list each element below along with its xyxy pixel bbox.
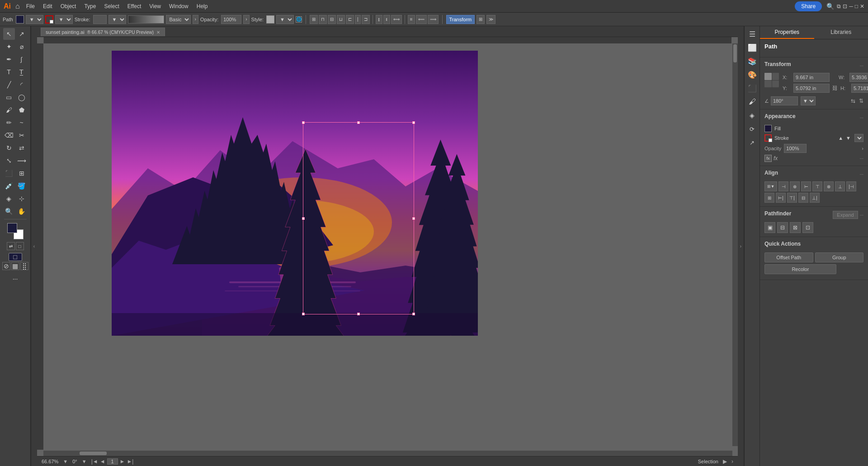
transform-more-btn[interactable]: ··· xyxy=(860,63,863,68)
smooth-tool[interactable]: ~ xyxy=(16,117,28,128)
more-tools-btn[interactable]: ··· xyxy=(9,273,21,285)
ellipse-tool[interactable]: ◯ xyxy=(16,91,28,103)
menu-type[interactable]: Type xyxy=(80,1,99,11)
opacity-value-input[interactable] xyxy=(784,144,807,153)
dist-h2[interactable]: ⫾ xyxy=(383,15,390,24)
hscroll-thumb[interactable] xyxy=(80,452,107,455)
align-btn-1[interactable]: ⊞ xyxy=(310,15,318,24)
pen-tool[interactable]: ✒ xyxy=(3,53,15,65)
angle-dropdown-btn[interactable]: ▼ xyxy=(82,459,87,464)
align-top[interactable]: ⊓ xyxy=(319,15,327,24)
transform-reference-grid[interactable] xyxy=(764,73,779,87)
dist-center-v[interactable]: ⊟ xyxy=(798,193,808,203)
document-tab[interactable]: sunset painting.ai ® 66.67 % (CMYK/CPU P… xyxy=(41,28,165,36)
dist-v1[interactable]: ≡ xyxy=(408,15,415,24)
nav-first[interactable]: |◄ xyxy=(91,458,98,465)
fill-dropdown[interactable]: ▼ xyxy=(26,15,43,24)
eraser-tool[interactable]: ⌫ xyxy=(3,129,15,141)
style-swatch[interactable] xyxy=(266,15,274,24)
align-right-edge[interactable]: ⊢ xyxy=(801,181,811,191)
align-to-selection[interactable]: ⊞▼ xyxy=(764,181,777,191)
arrange-icon-2[interactable]: ⊡ xyxy=(843,3,847,10)
home-icon[interactable]: ⌂ xyxy=(15,2,20,10)
align-bottom-edge[interactable]: ⊥ xyxy=(835,181,845,191)
pattern-btn[interactable]: ⣿ xyxy=(20,262,28,270)
pf-minus-front[interactable]: ⊟ xyxy=(777,222,788,233)
offset-path-button[interactable]: Offset Path xyxy=(764,252,813,262)
layers-icon-btn[interactable]: ⬜ xyxy=(746,42,758,53)
magic-wand-tool[interactable]: ✦ xyxy=(3,41,15,52)
libraries-icon-btn[interactable]: 📚 xyxy=(746,55,758,67)
expand-button[interactable]: Expand xyxy=(833,211,858,219)
link-proportions-icon[interactable]: ⛓ xyxy=(832,85,838,91)
paint-bucket-tool[interactable]: 🪣 xyxy=(16,180,28,192)
page-number-input[interactable]: 1 xyxy=(107,458,118,465)
menu-object[interactable]: Object xyxy=(57,1,80,11)
menu-window[interactable]: Window xyxy=(165,1,192,11)
transform-button[interactable]: Transform xyxy=(446,15,475,24)
properties-icon-btn[interactable]: ☰ xyxy=(746,28,758,40)
stroke-dropdown[interactable]: ▼ xyxy=(55,15,73,24)
align-top-edge[interactable]: ⊤ xyxy=(812,181,822,191)
align-center-v[interactable]: ⊗ xyxy=(824,181,834,191)
vscroll-thumb[interactable] xyxy=(733,44,737,62)
h-input[interactable] xyxy=(851,84,868,93)
rotate-tool[interactable]: ↻ xyxy=(3,142,15,154)
touch-type-tool[interactable]: T̲ xyxy=(16,66,28,78)
left-panel-collapse[interactable]: ‹ xyxy=(31,26,37,466)
stroke-color-swatch[interactable] xyxy=(764,134,772,142)
status-play-btn[interactable]: ▶ xyxy=(723,458,727,465)
tab-close-btn[interactable]: ✕ xyxy=(156,30,160,35)
mesh-tool[interactable]: ⊹ xyxy=(16,193,28,204)
swap-colors-btn[interactable]: ⇄ xyxy=(7,242,15,250)
dist-right[interactable]: ⊢| xyxy=(776,193,786,203)
symbols-icon-btn[interactable]: ◈ xyxy=(746,109,758,121)
stroke-units[interactable]: ▼ xyxy=(108,15,126,24)
canvas-area[interactable]: sunset painting.ai ® 66.67 % (CMYK/CPU P… xyxy=(37,26,738,466)
vertical-scrollbar[interactable] xyxy=(732,43,738,446)
graph-tool[interactable]: ⬛ xyxy=(3,167,15,179)
fx-more-btn[interactable]: ··· xyxy=(860,156,863,161)
stroke-style[interactable]: Basic xyxy=(166,15,191,24)
dist-center-h[interactable]: ⊞ xyxy=(764,193,774,203)
dist-v3[interactable]: ⟹ xyxy=(428,15,439,24)
tab-properties[interactable]: Properties xyxy=(760,26,814,39)
menu-file[interactable]: File xyxy=(23,1,38,11)
align-mid-v[interactable]: | xyxy=(355,15,361,24)
stroke-options-dropdown[interactable] xyxy=(854,134,863,142)
menu-select[interactable]: Select xyxy=(100,1,123,11)
share-button[interactable]: Share xyxy=(795,1,822,11)
stroke-up-btn[interactable]: ▲ xyxy=(838,135,843,141)
globe-icon[interactable]: 🌐 xyxy=(296,16,302,23)
canvas-scroll[interactable] xyxy=(37,37,738,456)
zoom-dropdown-btn[interactable]: ▼ xyxy=(63,459,68,464)
default-colors-btn[interactable]: □ xyxy=(16,242,24,250)
lasso-tool[interactable]: ⌀ xyxy=(16,41,28,52)
fill-color-swatch[interactable] xyxy=(764,125,772,132)
stroke-down-btn[interactable]: ▼ xyxy=(846,135,851,141)
align-left[interactable]: ⊏ xyxy=(346,15,354,24)
transform-icon-btn[interactable]: ⟳ xyxy=(746,123,758,135)
paintbrush-tool[interactable]: 🖌 xyxy=(3,104,15,116)
align-right[interactable]: ⊐ xyxy=(362,15,370,24)
swatches-icon-btn[interactable]: ⬛ xyxy=(746,82,758,94)
pf-unite[interactable]: ▣ xyxy=(764,222,775,233)
dist-h3[interactable]: ⟺ xyxy=(391,15,402,24)
opacity-expand-icon[interactable]: › xyxy=(862,146,863,151)
align-bot[interactable]: ⊔ xyxy=(337,15,345,24)
menu-help[interactable]: Help xyxy=(193,1,212,11)
curvature-tool[interactable]: ∫ xyxy=(16,53,28,65)
minimize-icon[interactable]: ─ xyxy=(849,3,853,10)
horizontal-scrollbar[interactable] xyxy=(43,451,732,456)
x-input[interactable] xyxy=(793,73,830,82)
scale-tool[interactable]: ⤡ xyxy=(3,155,15,166)
dist-v2[interactable]: ⟸ xyxy=(416,15,427,24)
status-info-btn[interactable]: › xyxy=(731,458,733,465)
pf-intersect[interactable]: ⊠ xyxy=(790,222,801,233)
angle-dropdown[interactable]: ▼ xyxy=(801,96,816,105)
dist-top[interactable]: ⊤| xyxy=(787,193,797,203)
fill-indicator[interactable]: □ xyxy=(9,253,22,261)
group-button[interactable]: Group xyxy=(815,252,864,262)
nav-prev[interactable]: ◄ xyxy=(100,458,105,465)
export-icon-btn[interactable]: ↗ xyxy=(746,137,758,148)
